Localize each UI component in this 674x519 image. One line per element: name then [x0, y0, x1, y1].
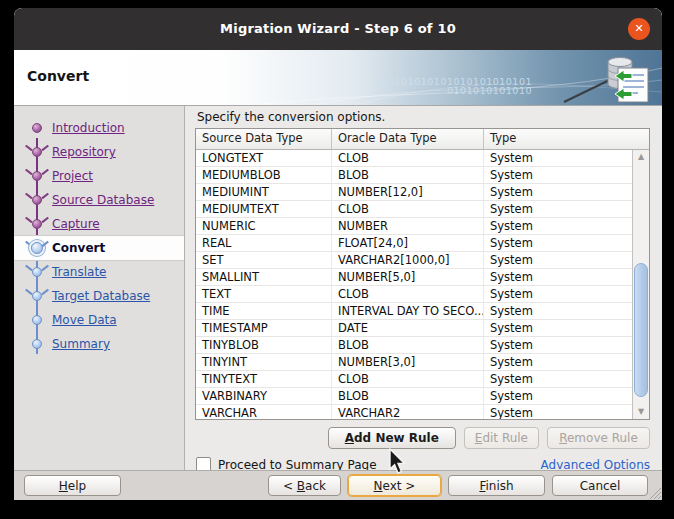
wizard-content: Introduction Repository Project	[14, 106, 662, 470]
table-row[interactable]: VARCHAR VARCHAR2 System	[196, 405, 632, 419]
cell-source-data-type: SMALLINT	[196, 269, 332, 285]
data-type-table: Source Data Type Oracle Data Type Type L…	[195, 128, 650, 420]
cell-source-data-type: MEDIUMTEXT	[196, 201, 332, 217]
cell-type: System	[484, 252, 632, 268]
step-node-icon	[31, 266, 43, 278]
table-row[interactable]: MEDIUMINT NUMBER[12,0] System	[196, 184, 632, 201]
cell-oracle-data-type: BLOB	[332, 388, 484, 404]
vertical-scrollbar[interactable]: ▲ ▼	[632, 150, 649, 419]
cell-source-data-type: NUMERIC	[196, 218, 332, 234]
column-header-oracle-data-type[interactable]: Oracle Data Type	[332, 129, 484, 149]
cell-type: System	[484, 388, 632, 404]
cell-oracle-data-type: BLOB	[332, 337, 484, 353]
cell-source-data-type: VARBINARY	[196, 388, 332, 404]
add-new-rule-button[interactable]: Add New Rule	[328, 427, 456, 449]
column-header-type[interactable]: Type	[484, 129, 649, 149]
table-row[interactable]: TINYTEXT CLOB System	[196, 371, 632, 388]
wizard-header-banner: Convert 010101010101010101010101 0101010…	[14, 50, 662, 106]
table-header-row: Source Data Type Oracle Data Type Type	[196, 129, 649, 150]
sidebar-step-label: Translate	[52, 265, 107, 279]
sidebar-step-item[interactable]: Summary	[14, 332, 184, 356]
table-row[interactable]: NUMERIC NUMBER System	[196, 218, 632, 235]
cell-source-data-type: TEXT	[196, 286, 332, 302]
scrollbar-thumb[interactable]	[634, 263, 648, 398]
close-icon: ✕	[634, 22, 643, 35]
screen: Migration Wizard - Step 6 of 10 ✕ Conver…	[0, 0, 674, 519]
step-node-icon	[31, 338, 43, 350]
back-button[interactable]: < Back	[268, 475, 341, 496]
cell-type: System	[484, 303, 632, 319]
sidebar-step-item[interactable]: Convert	[14, 236, 184, 260]
cell-type: System	[484, 405, 632, 419]
cell-oracle-data-type: INTERVAL DAY TO SECO...	[332, 303, 484, 319]
sidebar-step-label: Summary	[52, 337, 110, 351]
cell-type: System	[484, 150, 632, 166]
resize-grip[interactable]	[648, 486, 661, 499]
cell-source-data-type: SET	[196, 252, 332, 268]
cell-oracle-data-type: DATE	[332, 320, 484, 336]
table-row[interactable]: TINYINT NUMBER[3,0] System	[196, 354, 632, 371]
title-bar[interactable]: Migration Wizard - Step 6 of 10 ✕	[14, 8, 662, 50]
window-title: Migration Wizard - Step 6 of 10	[14, 21, 662, 36]
sidebar-step-item[interactable]: Capture	[14, 212, 184, 236]
wizard-footer: Help < Back Next > Finish Cancel	[14, 470, 662, 500]
table-row[interactable]: REAL FLOAT[24,0] System	[196, 235, 632, 252]
table-row[interactable]: TIME INTERVAL DAY TO SECO... System	[196, 303, 632, 320]
table-row[interactable]: MEDIUMTEXT CLOB System	[196, 201, 632, 218]
cell-type: System	[484, 320, 632, 336]
sidebar-step-label: Move Data	[52, 313, 117, 327]
cell-oracle-data-type: NUMBER[12,0]	[332, 184, 484, 200]
table-row[interactable]: TIMESTAMP DATE System	[196, 320, 632, 337]
table-row[interactable]: SET VARCHAR2[1000,0] System	[196, 252, 632, 269]
table-row[interactable]: MEDIUMBLOB BLOB System	[196, 167, 632, 184]
sidebar-step-item[interactable]: Translate	[14, 260, 184, 284]
next-button[interactable]: Next >	[348, 475, 441, 496]
remove-rule-button[interactable]: Remove Rule	[547, 427, 650, 449]
step-node-icon	[31, 146, 43, 158]
sidebar-step-item[interactable]: Project	[14, 164, 184, 188]
table-row[interactable]: TEXT CLOB System	[196, 286, 632, 303]
cell-oracle-data-type: NUMBER[3,0]	[332, 354, 484, 370]
cell-oracle-data-type: NUMBER	[332, 218, 484, 234]
sidebar-step-item[interactable]: Target Database	[14, 284, 184, 308]
sidebar-step-item[interactable]: Move Data	[14, 308, 184, 332]
cell-source-data-type: TINYBLOB	[196, 337, 332, 353]
cancel-button[interactable]: Cancel	[552, 475, 648, 496]
cell-oracle-data-type: CLOB	[332, 371, 484, 387]
cell-type: System	[484, 371, 632, 387]
cell-source-data-type: MEDIUMBLOB	[196, 167, 332, 183]
edit-rule-button[interactable]: Edit Rule	[464, 427, 539, 449]
table-row[interactable]: TINYBLOB BLOB System	[196, 337, 632, 354]
wizard-steps-sidebar: Introduction Repository Project	[14, 106, 185, 470]
cell-oracle-data-type: BLOB	[332, 167, 484, 183]
table-row[interactable]: LONGTEXT CLOB System	[196, 150, 632, 167]
sidebar-step-item[interactable]: Introduction	[14, 116, 184, 140]
table-row[interactable]: VARBINARY BLOB System	[196, 388, 632, 405]
sidebar-step-label: Convert	[52, 241, 105, 255]
sidebar-step-label: Capture	[52, 217, 100, 231]
step-node-icon	[31, 242, 43, 254]
cell-source-data-type: TIME	[196, 303, 332, 319]
rule-buttons-row: Add New Rule Edit Rule Remove Rule	[195, 427, 650, 449]
close-button[interactable]: ✕	[628, 18, 650, 40]
database-migration-icon	[556, 52, 656, 105]
table-row[interactable]: SMALLINT NUMBER[5,0] System	[196, 269, 632, 286]
finish-button[interactable]: Finish	[448, 475, 545, 496]
scroll-down-icon[interactable]: ▼	[633, 405, 649, 419]
cell-source-data-type: VARCHAR	[196, 405, 332, 419]
sidebar-step-item[interactable]: Repository	[14, 140, 184, 164]
convert-options-panel: Specify the conversion options. Source D…	[185, 106, 662, 470]
step-node-icon	[31, 122, 43, 134]
cell-oracle-data-type: NUMBER[5,0]	[332, 269, 484, 285]
sidebar-step-item[interactable]: Source Database	[14, 188, 184, 212]
column-header-source-data-type[interactable]: Source Data Type	[196, 129, 332, 149]
cell-type: System	[484, 201, 632, 217]
help-button[interactable]: Help	[24, 475, 121, 496]
cell-type: System	[484, 167, 632, 183]
scroll-up-icon[interactable]: ▲	[633, 150, 649, 164]
binary-decoration: 0101010101010	[447, 86, 532, 95]
cell-type: System	[484, 337, 632, 353]
step-node-icon	[31, 194, 43, 206]
cell-oracle-data-type: FLOAT[24,0]	[332, 235, 484, 251]
sidebar-step-label: Project	[52, 169, 93, 183]
